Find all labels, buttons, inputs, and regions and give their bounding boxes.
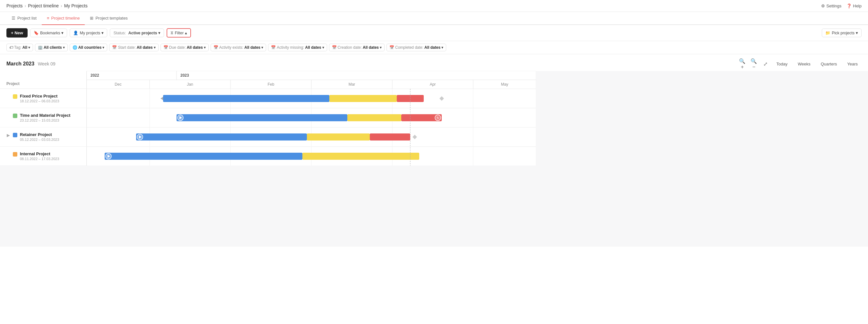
- project-info-3: Internal Project08.11.2022 – 17.03.2023: [0, 149, 87, 163]
- svg-text:Mar: Mar: [349, 82, 355, 87]
- due-date-filter[interactable]: 📅 Due date: All dates ▾: [160, 44, 209, 51]
- weeks-button[interactable]: Weeks: [794, 60, 814, 68]
- svg-text:Dec: Dec: [115, 82, 121, 87]
- gear-icon: ⚙: [821, 3, 825, 8]
- bookmarks-dropdown[interactable]: 🔖 Bookmarks ▾: [30, 29, 67, 37]
- timeline-week: Week 09: [38, 61, 56, 66]
- countries-filter[interactable]: 🌐 All countries ▾: [70, 44, 107, 51]
- project-dates-2: 05.12.2022 – 03.03.2023: [20, 138, 59, 141]
- chevron-up-icon: ▴: [185, 30, 187, 35]
- status-label: Status:: [113, 31, 127, 35]
- timeline-header: March 2023 Week 09 🔍+ 🔍− ⤢ Today Weeks Q…: [0, 54, 868, 71]
- years-button[interactable]: Years: [843, 60, 862, 68]
- activity-exists-filter[interactable]: 📅 Activity exists: All dates ▾: [211, 44, 266, 51]
- chevron-down-icon-13: ▾: [441, 45, 443, 50]
- svg-text:2023: 2023: [180, 73, 189, 77]
- bookmark-icon: 🔖: [34, 30, 39, 35]
- project-text-1: Time and Material Project23.12.2022 – 15…: [20, 113, 70, 122]
- template-icon: ⊞: [90, 16, 93, 21]
- calendar-icon-1: 📅: [112, 45, 117, 50]
- clients-value: All clients: [44, 45, 62, 50]
- top-nav-right: ⚙ Settings ❓ Help: [821, 3, 862, 8]
- breadcrumb-sep-1: ›: [25, 3, 26, 8]
- zoom-in-button[interactable]: 🔍+: [738, 59, 747, 68]
- chevron-down-icon-2: ▾: [101, 30, 104, 35]
- help-nav-item[interactable]: ❓ Help: [846, 3, 862, 8]
- activity-exists-label: Activity exists:: [219, 45, 243, 50]
- project-dates-1: 23.12.2022 – 15.03.2023: [20, 118, 70, 122]
- person-icon: 👤: [73, 30, 78, 35]
- today-button[interactable]: Today: [772, 60, 791, 68]
- completed-date-filter[interactable]: 📅 Completed date: All dates ▾: [386, 44, 446, 51]
- filter-label: Filter: [175, 31, 184, 35]
- quarters-button[interactable]: Quarters: [817, 60, 841, 68]
- gantt-row-left-1: Time and Material Project23.12.2022 – 15…: [0, 108, 86, 127]
- new-button[interactable]: + New: [6, 28, 28, 37]
- zoom-out-button[interactable]: 🔍−: [749, 59, 758, 68]
- completed-date-value: All dates: [424, 45, 440, 50]
- status-value: Active projects: [128, 31, 157, 35]
- clients-icon: 🏢: [38, 45, 43, 50]
- pick-projects-button[interactable]: 📁 Pick projects ▾: [822, 29, 862, 37]
- gantt-right-panel: 20222023DecJanFebMarAprMay↻: [87, 71, 868, 166]
- tag-value: All: [23, 45, 27, 50]
- expand-icon-2[interactable]: ▶: [6, 133, 10, 137]
- expand-button[interactable]: ⤢: [761, 59, 770, 68]
- svg-rect-1: [87, 71, 177, 80]
- timeline-icon: ≡: [47, 16, 50, 21]
- activity-missing-filter[interactable]: 📅 Activity missing: All dates ▾: [268, 44, 327, 51]
- breadcrumb-projects[interactable]: Projects: [6, 3, 23, 8]
- chevron-down-icon-4: ▾: [856, 30, 858, 35]
- tab-project-list-label: Project list: [17, 16, 37, 21]
- svg-text:Apr: Apr: [430, 82, 436, 87]
- start-date-filter[interactable]: 📅 Start date: All dates ▾: [109, 44, 158, 51]
- tab-project-timeline[interactable]: ≡ Project timeline: [42, 12, 85, 25]
- project-text-0: Fixed Price Project18.12.2022 – 06.03.20…: [20, 94, 59, 103]
- chevron-down-icon-12: ▾: [380, 45, 382, 50]
- filter-button[interactable]: ⧖ Filter ▴: [166, 28, 191, 37]
- gantt-container: Project Fixed Price Project18.12.2022 – …: [0, 71, 868, 166]
- countries-value: All countries: [78, 45, 102, 50]
- project-text-2: Retainer Project05.12.2022 – 03.03.2023: [20, 132, 59, 141]
- calendar-icon-5: 📅: [332, 45, 337, 50]
- tag-filter[interactable]: 🏷 Tag: All ▾: [6, 44, 33, 51]
- project-info-0: Fixed Price Project18.12.2022 – 06.03.20…: [0, 91, 87, 105]
- gantt-row-left-3: Internal Project08.11.2022 – 17.03.2023: [0, 147, 86, 166]
- creation-date-filter[interactable]: 📅 Creation date: All dates ▾: [329, 44, 384, 51]
- settings-nav-item[interactable]: ⚙ Settings: [821, 3, 841, 8]
- svg-rect-26: [329, 95, 397, 102]
- chevron-down-icon-7: ▾: [102, 45, 104, 50]
- tab-project-templates[interactable]: ⊞ Project templates: [85, 12, 132, 25]
- my-projects-dropdown[interactable]: 👤 My projects ▾: [70, 29, 107, 37]
- svg-rect-3: [177, 71, 536, 80]
- help-icon: ❓: [846, 3, 851, 8]
- help-label: Help: [853, 3, 862, 8]
- svg-text:Jan: Jan: [187, 82, 193, 87]
- tag-icon: 🏷: [9, 45, 13, 50]
- activity-exists-value: All dates: [244, 45, 260, 50]
- my-projects-label: My projects: [80, 31, 100, 35]
- svg-rect-63: [105, 153, 302, 160]
- project-column-header: Project: [0, 71, 86, 89]
- timeline-controls: 🔍+ 🔍− ⤢ Today Weeks Quarters Years: [738, 59, 862, 68]
- breadcrumb-sep-2: ›: [61, 3, 62, 8]
- chevron-down-icon: ▾: [61, 30, 64, 35]
- svg-rect-53: [307, 133, 370, 140]
- breadcrumb-timeline[interactable]: Project timeline: [28, 3, 59, 8]
- breadcrumb: Projects › Project timeline › My Project…: [6, 3, 88, 8]
- status-dropdown[interactable]: Status: Active projects ▾: [110, 29, 164, 37]
- chevron-down-icon-8: ▾: [154, 45, 156, 50]
- filters-row: 🏷 Tag: All ▾ 🏢 All clients ▾ 🌐 All count…: [0, 41, 868, 54]
- timeline-month: March 2023: [6, 61, 34, 66]
- breadcrumb-myprojects[interactable]: My Projects: [64, 3, 88, 8]
- clients-filter[interactable]: 🏢 All clients ▾: [35, 44, 68, 51]
- activity-missing-label: Activity missing:: [277, 45, 304, 50]
- bookmarks-label: Bookmarks: [40, 31, 60, 35]
- chevron-down-icon-3: ▾: [158, 30, 160, 35]
- project-dates-0: 18.12.2022 – 06.03.2023: [20, 99, 59, 103]
- svg-text:↻: ↻: [437, 116, 439, 120]
- svg-text:May: May: [501, 82, 508, 87]
- toolbar: + New 🔖 Bookmarks ▾ 👤 My projects ▾ Stat…: [0, 25, 868, 41]
- chevron-down-icon-11: ▾: [322, 45, 324, 50]
- tab-project-list[interactable]: ☰ Project list: [6, 12, 42, 25]
